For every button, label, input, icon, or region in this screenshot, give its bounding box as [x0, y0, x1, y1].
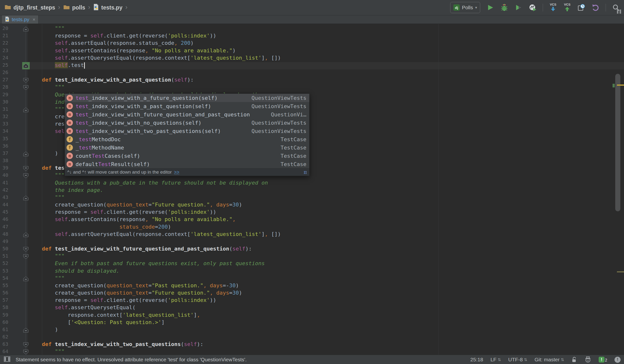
vcs-commit-button[interactable]: VCS — [563, 3, 571, 12]
line-number[interactable]: 60 — [2, 319, 15, 326]
vcs-update-button[interactable]: VCS — [549, 3, 557, 12]
line-number[interactable]: 27 — [2, 77, 15, 84]
fold-marker[interactable] — [23, 85, 28, 90]
debug-button[interactable] — [500, 3, 508, 12]
caret-position-widget[interactable]: 25:18 — [470, 357, 483, 363]
run-with-coverage-button[interactable] — [514, 3, 522, 12]
completion-item[interactable]: mtest_index_view_with_no_questions(self)… — [65, 119, 309, 127]
line-number[interactable]: 55 — [2, 282, 15, 290]
toggle-toolwindows-icon[interactable] — [4, 356, 10, 363]
fold-marker[interactable] — [23, 196, 28, 200]
event-log-icon[interactable]: ! — [615, 357, 621, 363]
line-number[interactable]: 32 — [2, 114, 15, 121]
error-stripe-toggle-icon[interactable] — [617, 9, 621, 14]
run-button[interactable] — [486, 3, 494, 12]
warning-stripe-mark[interactable] — [617, 85, 624, 86]
fold-marker[interactable] — [23, 107, 28, 112]
line-number[interactable]: 40 — [2, 172, 15, 180]
line-number[interactable]: 42 — [2, 187, 15, 194]
line-number[interactable]: 41 — [2, 180, 15, 187]
line-number[interactable]: 39 — [2, 165, 15, 172]
fold-marker[interactable] — [23, 254, 28, 259]
line-number[interactable]: 24 — [2, 55, 15, 62]
fold-marker[interactable] — [23, 78, 28, 83]
breadcrumb-file[interactable]: tests.py — [93, 4, 122, 11]
fold-marker[interactable] — [23, 342, 28, 347]
line-number[interactable]: 64 — [2, 348, 15, 355]
line-number[interactable]: 56 — [2, 290, 15, 297]
line-number[interactable]: 44 — [2, 202, 15, 209]
line-number[interactable]: 37 — [2, 150, 15, 158]
fold-marker[interactable] — [23, 276, 28, 281]
line-number[interactable]: 51 — [2, 253, 15, 260]
line-number[interactable]: 47 — [2, 224, 15, 231]
warning-stripe-mark[interactable] — [617, 271, 624, 273]
line-number[interactable]: 63 — [2, 341, 15, 348]
line-number[interactable]: 48 — [2, 231, 15, 238]
completion-item[interactable]: mdefaultTestResult(self)TestCase — [65, 160, 309, 168]
gutter[interactable]: 1920212223242526272829303132333435363738… — [0, 24, 27, 355]
completion-item[interactable]: mtest_index_view_with_a_past_question(se… — [65, 102, 309, 110]
line-number[interactable]: 57 — [2, 297, 15, 304]
recent-changes-button[interactable] — [577, 3, 585, 12]
line-number[interactable]: 43 — [2, 194, 15, 202]
line-number[interactable]: 23 — [2, 47, 15, 55]
close-icon[interactable]: × — [32, 17, 35, 23]
line-number[interactable]: 22 — [2, 40, 15, 47]
line-separator-widget[interactable]: LF — [491, 357, 501, 363]
line-number[interactable]: 30 — [2, 99, 15, 106]
profiler-button[interactable] — [528, 3, 537, 12]
completion-item[interactable]: mcountTestCases(self)TestCase — [65, 152, 309, 160]
line-number[interactable]: 29 — [2, 91, 15, 99]
breadcrumb-project[interactable]: djtp_first_steps — [4, 4, 55, 11]
line-number[interactable]: 53 — [2, 268, 15, 275]
completion-item[interactable]: f_testMethodNameTestCase — [65, 143, 309, 152]
line-number[interactable]: 28 — [2, 84, 15, 91]
fold-marker[interactable] — [23, 350, 28, 355]
vcs-stripe-mark[interactable] — [613, 84, 615, 87]
completion-item[interactable]: mtest_index_view_with_a_future_question(… — [65, 94, 309, 102]
tab-tests-py[interactable]: tests.py × — [2, 15, 39, 24]
line-number[interactable]: 34 — [2, 128, 15, 135]
fold-marker[interactable] — [23, 247, 28, 252]
line-number[interactable]: 50 — [2, 246, 15, 253]
line-number[interactable]: 20 — [2, 25, 15, 33]
completion-more-link[interactable]: >> — [174, 169, 179, 175]
completion-item[interactable]: f_testMethodDocTestCase — [65, 135, 309, 143]
lock-icon[interactable] — [571, 356, 577, 363]
code-editor[interactable]: 1920212223242526272829303132333435363738… — [0, 24, 624, 355]
completion-item[interactable]: mtest_index_view_with_two_past_questions… — [65, 127, 309, 135]
line-number[interactable]: 46 — [2, 216, 15, 224]
fold-marker[interactable] — [23, 151, 28, 156]
breadcrumb-folder[interactable]: polls — [63, 4, 85, 11]
line-number[interactable]: 38 — [2, 158, 15, 165]
hector-inspector-icon[interactable] — [585, 356, 591, 363]
run-configuration-select[interactable]: dj Polls ▾ — [450, 2, 480, 13]
line-number[interactable]: 33 — [2, 121, 15, 128]
line-number[interactable]: 45 — [2, 209, 15, 216]
line-number[interactable]: 25 — [2, 62, 15, 69]
line-number[interactable]: 26 — [2, 69, 15, 77]
line-number[interactable]: 19 — [2, 24, 15, 25]
scrollbar-thumb[interactable] — [615, 74, 620, 211]
line-number[interactable]: 59 — [2, 312, 15, 319]
line-number[interactable]: 35 — [2, 136, 15, 143]
notifications-widget[interactable]: ! 2 — [599, 357, 607, 363]
line-number[interactable]: 49 — [2, 238, 15, 246]
fold-marker[interactable] — [23, 232, 28, 237]
line-number[interactable]: 58 — [2, 304, 15, 312]
fold-marker[interactable] — [23, 328, 28, 333]
line-number[interactable]: 61 — [2, 326, 15, 334]
line-number[interactable]: 54 — [2, 275, 15, 282]
fold-marker[interactable] — [23, 26, 28, 31]
encoding-widget[interactable]: UTF-8 — [508, 357, 527, 363]
line-number[interactable]: 21 — [2, 33, 15, 40]
rollback-button[interactable] — [591, 3, 600, 12]
line-number[interactable]: 31 — [2, 106, 15, 114]
line-number[interactable]: 62 — [2, 334, 15, 341]
line-number[interactable]: 36 — [2, 143, 15, 150]
line-number[interactable]: 52 — [2, 260, 15, 268]
git-branch-widget[interactable]: Git: master — [535, 357, 564, 363]
fold-marker[interactable] — [23, 173, 28, 178]
fold-marker[interactable] — [23, 63, 28, 68]
